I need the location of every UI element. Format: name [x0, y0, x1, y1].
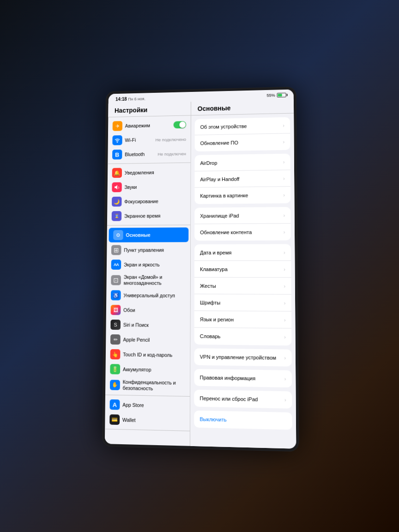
sidebar-item-sounds[interactable]: Звуки	[108, 179, 191, 194]
ipad-screen: 14:18 Пн 6 ноя. 55% Настройки	[105, 90, 296, 449]
settings-group-vpn: VPN и управление устройством ›	[194, 348, 292, 367]
settings-row-pip[interactable]: Картинка в картинке ›	[194, 187, 290, 204]
appstore-label: App Store	[122, 402, 185, 409]
sidebar-header: Настройки	[108, 102, 191, 117]
status-right: 55%	[266, 93, 286, 98]
storage-chevron: ›	[284, 212, 285, 218]
sidebar-item-airplane[interactable]: ✈ Авиарежим	[108, 117, 191, 133]
battery-sidebar-icon: 🔋	[110, 364, 120, 374]
notifications-label: Уведомления	[125, 169, 186, 175]
vpn-chevron: ›	[284, 355, 286, 361]
touchid-label: Touch ID и код-пароль	[123, 351, 185, 358]
wifi-icon	[112, 135, 122, 145]
settings-row-datetime[interactable]: Дата и время ›	[194, 244, 291, 261]
settings-group-storage: Хранилище iPad › Обновление контента ›	[194, 207, 291, 241]
privacy-icon: ✋	[110, 380, 120, 390]
sidebar-item-touchid[interactable]: 👆 Touch ID и код-пароль	[106, 347, 190, 363]
sidebar-item-display[interactable]: AA Экран и яркость	[107, 257, 190, 272]
sidebar-item-focus[interactable]: 🌙 Фокусирование	[107, 193, 190, 209]
status-date: Пн 6 ноя.	[128, 97, 145, 101]
bluetooth-value: Не подключен	[157, 151, 186, 157]
battery-percent: 55%	[266, 93, 275, 97]
bgrefresh-chevron: ›	[284, 229, 285, 235]
sidebar-item-notifications[interactable]: 🔔 Уведомления	[108, 165, 191, 181]
sidebar-item-wifi[interactable]: Wi-Fi Не подключено	[108, 132, 191, 147]
status-time: 14:18	[115, 97, 127, 102]
settings-row-about[interactable]: Об этом устройстве ›	[195, 117, 290, 135]
bluetooth-label: Bluetooth	[125, 151, 157, 157]
airplane-icon: ✈	[113, 121, 122, 131]
pencil-label: Apple Pencil	[123, 337, 186, 343]
sidebar-section-main: ⚙ Основные ⊞ Пункт управления AA Экран и…	[105, 225, 190, 397]
settings-row-fonts[interactable]: Шрифты ›	[194, 294, 291, 312]
general-label: Основные	[126, 232, 184, 238]
dictionary-chevron: ›	[284, 334, 286, 340]
general-icon: ⚙	[113, 230, 123, 240]
sidebar-item-battery[interactable]: 🔋 Аккумулятор	[105, 362, 190, 378]
sidebar-item-general[interactable]: ⚙ Основные	[109, 227, 188, 242]
update-label: Обновление ПО	[200, 139, 280, 146]
battery-fill	[278, 94, 282, 97]
airplane-toggle[interactable]	[174, 121, 186, 128]
status-left: 14:18 Пн 6 ноя.	[115, 96, 145, 102]
sidebar-item-home[interactable]: ⊡ Экран «Домой» и многозадачность	[106, 272, 190, 288]
settings-row-legal[interactable]: Правовая информация ›	[194, 369, 292, 387]
transfer-label: Перенос или сброс iPad	[200, 395, 281, 403]
focus-label: Фокусирование	[124, 198, 186, 205]
settings-group-sharing: AirDrop › AirPlay и Handoff › Картинка в…	[194, 154, 290, 204]
sidebar-item-control[interactable]: ⊞ Пункт управления	[107, 242, 190, 257]
pip-chevron: ›	[283, 192, 285, 198]
sidebar-item-privacy[interactable]: ✋ Конфиденциальность и безопасность	[105, 376, 190, 394]
settings-row-update[interactable]: Обновление ПО ›	[195, 133, 290, 151]
wifi-value: Не подключено	[155, 137, 186, 142]
sidebar-item-bluetooth[interactable]: B Bluetooth Не подключен	[108, 146, 190, 162]
settings-row-gestures[interactable]: Жесты ›	[194, 278, 291, 295]
sidebar-item-wallpaper[interactable]: 🖼 Обои	[106, 302, 190, 318]
bgrefresh-label: Обновление контента	[200, 229, 281, 235]
battery-icon	[277, 93, 286, 97]
sidebar-item-pencil[interactable]: ✏ Apple Pencil	[106, 332, 190, 348]
bluetooth-icon: B	[112, 150, 122, 160]
storage-label: Хранилище iPad	[200, 212, 280, 218]
wallet-label: Wallet	[122, 417, 185, 424]
language-chevron: ›	[284, 317, 286, 322]
pencil-icon: ✏	[110, 334, 121, 345]
settings-row-airdrop[interactable]: AirDrop ›	[194, 154, 290, 172]
datetime-label: Дата и время	[200, 249, 281, 255]
settings-row-bgrefresh[interactable]: Обновление контента ›	[194, 224, 291, 241]
sidebar-item-appstore[interactable]: A App Store	[105, 397, 190, 414]
settings-row-poweroff[interactable]: Выключить	[194, 411, 292, 430]
transfer-chevron: ›	[284, 397, 286, 403]
sidebar[interactable]: Настройки ✈ Авиарежим	[105, 102, 191, 446]
display-icon: AA	[111, 260, 121, 270]
appstore-icon: A	[110, 399, 120, 410]
settings-row-keyboard[interactable]: Клавиатура ›	[194, 261, 291, 278]
settings-group-reset: Перенос или сброс iPad ›	[194, 390, 292, 409]
settings-group-legal: Правовая информация ›	[194, 369, 292, 387]
settings-row-dictionary[interactable]: Словарь ›	[194, 328, 292, 346]
control-label: Пункт управления	[124, 247, 186, 253]
settings-row-language[interactable]: Язык и регион ›	[194, 311, 291, 328]
update-chevron: ›	[283, 139, 285, 145]
pip-label: Картинка в картинке	[200, 192, 280, 199]
settings-row-airplay[interactable]: AirPlay и Handoff ›	[194, 170, 290, 187]
airplay-chevron: ›	[283, 175, 285, 181]
settings-row-vpn[interactable]: VPN и управление устройством ›	[194, 348, 292, 367]
main-content[interactable]: Основные Об этом устройстве › Обновление…	[190, 99, 296, 449]
about-chevron: ›	[283, 122, 284, 128]
settings-row-transfer[interactable]: Перенос или сброс iPad ›	[194, 390, 292, 409]
legal-label: Правовая информация	[200, 375, 282, 381]
settings-row-storage[interactable]: Хранилище iPad ›	[194, 207, 290, 224]
sidebar-item-wallet[interactable]: 💳 Wallet	[105, 412, 190, 429]
sidebar-section-apps: A App Store 💳 Wallet	[105, 395, 190, 431]
airdrop-label: AirDrop	[200, 159, 280, 165]
sidebar-item-screentime[interactable]: ⌛ Экранное время	[107, 208, 190, 224]
home-label: Экран «Домой» и многозадачность	[124, 274, 186, 286]
display-label: Экран и яркость	[124, 262, 186, 268]
sidebar-item-siri[interactable]: S Siri и Поиск	[106, 317, 190, 333]
sidebar-item-accessibility[interactable]: ♿ Универсальный доступ	[106, 288, 190, 303]
settings-group-poweroff: Выключить	[194, 411, 292, 430]
airplane-label: Авиарежим	[125, 122, 172, 128]
main-header: Основные	[191, 99, 294, 115]
settings-group-language: Дата и время › Клавиатура › Жесты › Шр	[194, 244, 292, 346]
